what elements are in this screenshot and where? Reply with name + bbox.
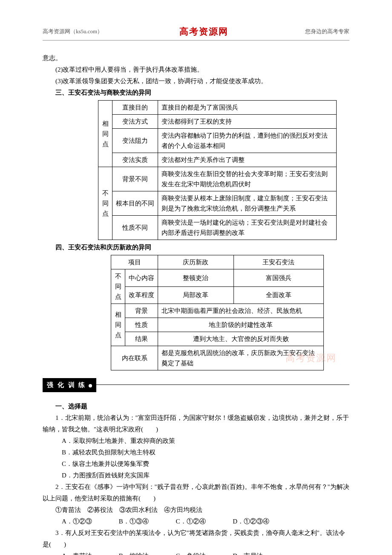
table-row: 变法阻力 变法内容都触动了旧势力的利益，遭到他们的强烈反对变法者的个人命运基本相… (98, 129, 337, 153)
table-row: 变法实质 变法都对生产关系作出了调整 (98, 153, 337, 167)
table-row: 相同点 背景 北宋中期面临着严重的社会政治、经济、民族危机 (111, 304, 324, 318)
group-same: 相同点 (98, 101, 112, 167)
cell-label: 变法阻力 (112, 129, 158, 153)
cell-label: 背景不同 (112, 167, 158, 191)
table-row: 改革程度 局部改革 全面改革 (111, 286, 324, 304)
cell-label: 变法实质 (112, 153, 158, 167)
cell-text: 北宋中期面临着严重的社会政治、经济、民族危机 (158, 304, 324, 318)
cell-label: 性质 (125, 318, 158, 332)
table-row: 变法方式 变法都得到了王权的支持 (98, 115, 337, 129)
page-header: 高考资源网（ks5u.com） 高考资源网 您身边的高考专家 (43, 26, 349, 40)
q2-items: ①青苗法 ②募役法 ③农田水利法 ④方田均税法 (43, 504, 349, 516)
table-row: 结果 遭到大地主、大官僚的反对而失败 (111, 332, 324, 346)
cell-header: 庆历新政 (158, 255, 234, 269)
cell-text: 都是克服危机巩固统治的改革，庆历新政为王安石变法奠定了基础 (158, 346, 324, 370)
intro-line-1: (2)改革过程中用人要得当，善于执行具体改革措施。 (43, 64, 349, 75)
q3-choice-c: C．免役法 (176, 550, 231, 555)
cell-label: 改革程度 (125, 286, 158, 304)
q2-choice-d: D．①②③④ (233, 516, 288, 527)
table-section-3: 相同点 直接目的 直接目的都是为了富国强兵 变法方式 变法都得到了王权的支持 变… (98, 100, 337, 240)
q1-choice-d: D．力图搜刮百姓钱财充实国库 (62, 470, 349, 481)
q3-choice-d: D．市易法 (233, 550, 288, 555)
cell-text: 直接目的都是为了富国强兵 (158, 101, 337, 115)
cell-text: 变法都得到了王权的支持 (158, 115, 337, 129)
table-row: 性质不同 商鞅变法是一场封建化的运动；王安石变法则是对封建社会内部矛盾进行局部调… (98, 216, 337, 240)
cell-label: 根本目的不同 (112, 191, 158, 216)
cell-text: 遭到大地主、大官僚的反对而失败 (158, 332, 324, 346)
header-left: 高考资源网（ks5u.com） (43, 28, 103, 35)
intro-line-0: 意志。 (43, 52, 349, 64)
q2-choice-b: B．①③④ (119, 516, 174, 527)
training-banner-row: 强 化 训 练 (43, 374, 349, 395)
cell-label: 变法方式 (112, 115, 158, 129)
cell-label: 背景 (125, 304, 158, 318)
cell-text: 局部改革 (158, 286, 234, 304)
cell-text: 商鞅变法是一场封建化的运动；王安石变法则是对封建社会内部矛盾进行局部调整的改革 (158, 216, 337, 240)
cell-label: 内在联系 (111, 346, 158, 370)
cell-label: 中心内容 (125, 269, 158, 287)
cell-text: 变法都对生产关系作出了调整 (158, 153, 337, 167)
cell-text: 整顿吏治 (158, 269, 234, 287)
section-4-title: 四、王安石变法和庆历新政的异同 (43, 242, 349, 253)
cell-header: 王安石变法 (233, 255, 323, 269)
q3-stem: 3．有人反对王安石变法中的某项法令，认为它"将笼诸路杂货，买贱卖贵，渔夺商人毫末… (43, 527, 349, 550)
table-row: 相同点 直接目的 直接目的都是为了富国强兵 (98, 101, 337, 115)
table-row: 项目 庆历新政 王安石变法 (111, 255, 324, 269)
table-row: 不同点 背景不同 商鞅变法发生在新旧交替的社会大变革时期；王安石变法则发生在北宋… (98, 167, 337, 191)
table-row: 内在联系 都是克服危机巩固统治的改革，庆历新政为王安石变法奠定了基础 (111, 346, 324, 370)
cell-header: 项目 (111, 255, 158, 269)
divider-line (96, 384, 349, 385)
q3-choice-b: B．均输法 (119, 550, 174, 555)
cell-text: 全面改革 (233, 286, 323, 304)
q3-choice-a: A．青苗法 (62, 550, 117, 555)
q2-choice-a: A．①②③ (62, 516, 117, 527)
cell-label: 性质不同 (112, 216, 158, 240)
intro-line-2: (3)改革派领导集团要大公无私，团结一致，协调行动，才能促使改革成功。 (43, 75, 349, 87)
q2-stem: 2．王安石在《感事》一诗中写到："贱子昔在野，心哀此黔首(百姓)。丰年不饱食，水… (43, 481, 349, 504)
mcq-title: 一、选择题 (43, 401, 349, 412)
cell-text: 商鞅变法要从根本上废除旧制度，建立新制度；王安石变法则是为了挽救北宋统治危机，部… (158, 191, 337, 216)
table-row: 不同点 中心内容 整顿吏治 富国强兵 (111, 269, 324, 287)
section-3-title: 三、王安石变法与商鞅变法的异同 (43, 87, 349, 98)
q2-choice-c: C．①②④ (176, 516, 231, 527)
group-diff: 不同点 (98, 167, 112, 240)
cell-label: 结果 (125, 332, 158, 346)
table-row: 性质 地主阶级的封建性改革 (111, 318, 324, 332)
cell-text: 富国强兵 (233, 269, 323, 287)
header-center-logo: 高考资源网 (179, 26, 228, 38)
q2-choices: A．①②③ B．①③④ C．①②④ D．①②③④ (43, 516, 349, 527)
q1-choice-c: C．纵容土地兼并以便筹集军费 (62, 458, 349, 470)
header-right: 您身边的高考专家 (305, 28, 349, 35)
q3-choices: A．青苗法 B．均输法 C．免役法 D．市易法 (43, 550, 349, 555)
group-same: 相同点 (111, 304, 125, 346)
training-banner: 强 化 训 练 (43, 378, 96, 392)
table-row: 根本目的不同 商鞅变法要从根本上废除旧制度，建立新制度；王安石变法则是为了挽救北… (98, 191, 337, 216)
cell-text: 商鞅变法发生在新旧交替的社会大变革时期；王安石变法则发生在北宋中期统治危机四伏时 (158, 167, 337, 191)
table-section-4: 项目 庆历新政 王安石变法 不同点 中心内容 整顿吏治 富国强兵 改革程度 局部… (111, 255, 324, 370)
cell-text: 地主阶级的封建性改革 (158, 318, 324, 332)
q1-stem: 1．北宋前期，统治者认为："富室田连阡陌，为国家守财尔！缓急盗贼窃发，边境扰动，… (43, 412, 349, 435)
q1-choice-a: A．采取抑制土地兼并、重农抑商的政策 (62, 435, 349, 447)
cell-label: 直接目的 (112, 101, 158, 115)
group-diff: 不同点 (111, 269, 125, 304)
cell-text: 变法内容都触动了旧势力的利益，遭到他们的强烈反对变法者的个人命运基本相同 (158, 129, 337, 153)
q1-choice-b: B．减轻农民负担限制大地主特权 (62, 447, 349, 458)
